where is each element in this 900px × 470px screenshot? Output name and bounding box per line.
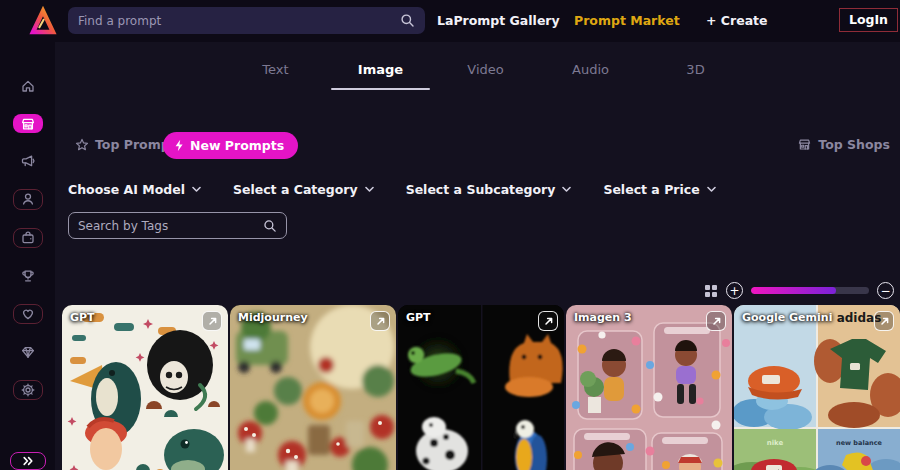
chevron-down-icon — [562, 186, 571, 193]
sidebar-item-premium[interactable] — [13, 342, 43, 362]
chevron-down-icon — [192, 186, 201, 193]
zoom-in-button[interactable]: + — [726, 282, 743, 299]
tab-image[interactable]: Image — [328, 62, 433, 90]
prompt-card-image — [566, 305, 732, 470]
subcategory-dropdown-label: Select a Subcategory — [406, 182, 556, 197]
prompt-card-grid: GPT — [62, 305, 900, 470]
grid-size-icon[interactable] — [704, 284, 718, 298]
open-card-icon[interactable] — [874, 311, 894, 331]
user-icon — [20, 191, 36, 207]
prompt-card-image — [398, 305, 564, 470]
price-dropdown[interactable]: Select a Price — [603, 182, 715, 197]
filter-row: Top Prompts New Prompts Top Shops — [55, 132, 900, 160]
trophy-icon — [20, 268, 36, 284]
star-icon — [75, 138, 89, 152]
subcategory-dropdown[interactable]: Select a Subcategory — [406, 182, 572, 197]
sidebar-item-wallet[interactable] — [13, 228, 43, 248]
sidebar-item-announcements[interactable] — [13, 151, 43, 171]
sidebar-item-favorites[interactable] — [13, 304, 43, 324]
home-icon — [20, 78, 36, 94]
prompt-card[interactable]: GPT — [62, 305, 228, 470]
prompt-card-image — [230, 305, 396, 470]
sidebar-expand-button[interactable] — [10, 452, 46, 470]
sidebar-item-achievements[interactable] — [13, 266, 43, 286]
diamond-icon — [20, 344, 36, 360]
megaphone-icon — [20, 153, 36, 169]
tab-text[interactable]: Text — [223, 62, 328, 90]
prompt-card[interactable]: Midjourney — [230, 305, 396, 470]
expand-icon — [20, 454, 36, 468]
card-model-badge: GPT — [70, 311, 95, 324]
nav-laprompt-gallery[interactable]: LaPrompt Gallery — [437, 13, 560, 28]
prompt-card-image: adidas nike new balance — [734, 305, 900, 470]
open-card-icon[interactable] — [538, 311, 558, 331]
tab-3d[interactable]: 3D — [643, 62, 748, 90]
top-shops-label: Top Shops — [818, 137, 890, 152]
login-button[interactable]: LogIn — [839, 8, 898, 32]
prompt-card[interactable]: Imagen 3 — [566, 305, 732, 470]
zoom-out-button[interactable]: − — [877, 282, 894, 299]
top-bar: LaPrompt Gallery Prompt Market + Create … — [0, 0, 900, 42]
tab-audio[interactable]: Audio — [538, 62, 643, 90]
category-dropdown-label: Select a Category — [233, 182, 358, 197]
ai-model-dropdown[interactable]: Choose AI Model — [68, 182, 201, 197]
grid-zoom-slider-fill — [751, 287, 836, 294]
new-prompts-toggle[interactable]: New Prompts — [163, 132, 298, 159]
grid-zoom-slider[interactable] — [751, 287, 869, 294]
tab-video[interactable]: Video — [433, 62, 538, 90]
card-model-badge: Imagen 3 — [574, 311, 632, 324]
nav-create[interactable]: + Create — [706, 13, 768, 28]
sidebar-item-marketplace[interactable] — [13, 114, 43, 134]
prompt-search[interactable] — [68, 7, 425, 34]
card-model-badge: GPT — [406, 311, 431, 324]
sidebar — [0, 42, 55, 470]
prompt-search-input[interactable] — [78, 14, 400, 28]
chevron-down-icon — [707, 186, 716, 193]
prompt-card-image — [62, 305, 228, 470]
sidebar-item-home[interactable] — [13, 76, 43, 96]
card-model-badge: Google Gemini — [742, 311, 832, 324]
ai-model-dropdown-label: Choose AI Model — [68, 182, 185, 197]
card-image-brand-text: nike — [767, 439, 784, 447]
laprompt-logo-icon[interactable] — [26, 6, 58, 38]
tag-search-input[interactable] — [78, 219, 263, 233]
dropdown-row: Choose AI Model Select a Category Select… — [68, 182, 748, 197]
category-dropdown[interactable]: Select a Category — [233, 182, 374, 197]
nav-prompt-market[interactable]: Prompt Market — [574, 13, 680, 28]
main-panel: Text Image Video Audio 3D Top Prompts Ne… — [55, 42, 900, 470]
chevron-down-icon — [365, 186, 374, 193]
shop-icon — [797, 137, 812, 152]
heart-icon — [20, 306, 36, 322]
wallet-icon — [20, 230, 36, 246]
card-image-brand-text: new balance — [836, 439, 882, 447]
grid-controls: + − — [704, 282, 894, 299]
sidebar-item-profile[interactable] — [13, 189, 43, 209]
prompt-card[interactable]: GPT — [398, 305, 564, 470]
open-card-icon[interactable] — [370, 311, 390, 331]
prompt-card[interactable]: adidas nike new balance Goog — [734, 305, 900, 470]
tag-search[interactable] — [68, 212, 287, 239]
card-model-badge: Midjourney — [238, 311, 308, 324]
sidebar-item-settings[interactable] — [13, 380, 43, 400]
media-tabs: Text Image Video Audio 3D — [223, 62, 748, 90]
open-card-icon[interactable] — [706, 311, 726, 331]
open-card-icon[interactable] — [202, 311, 222, 331]
price-dropdown-label: Select a Price — [603, 182, 699, 197]
gear-icon — [20, 382, 36, 398]
lightning-icon — [173, 139, 185, 152]
search-icon[interactable] — [400, 13, 415, 28]
new-prompts-label: New Prompts — [190, 138, 284, 153]
storefront-icon — [20, 116, 36, 132]
search-icon[interactable] — [263, 219, 277, 233]
top-shops-button[interactable]: Top Shops — [797, 137, 890, 152]
